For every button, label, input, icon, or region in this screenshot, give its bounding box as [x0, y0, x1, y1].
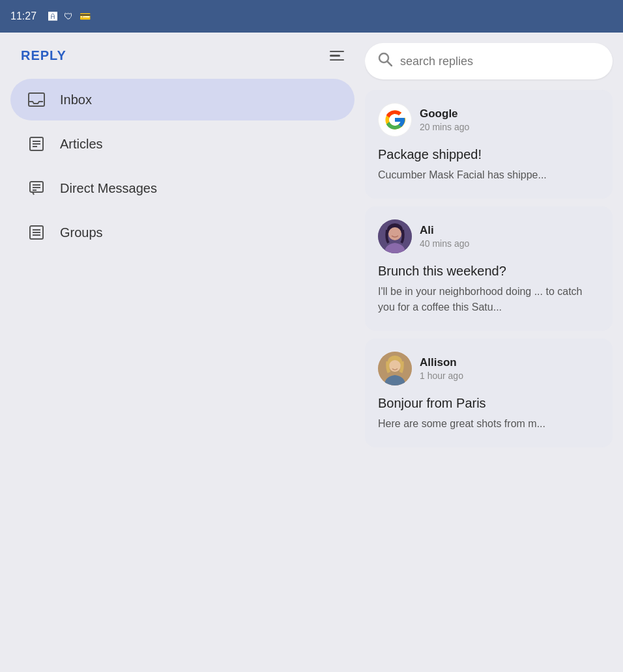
card-meta-allison: Allison 1 hour ago: [420, 356, 463, 381]
sidebar-item-inbox-label: Inbox: [60, 92, 92, 107]
svg-line-14: [388, 62, 392, 66]
avatar-allison: [378, 352, 412, 385]
message-card-allison[interactable]: Allison 1 hour ago Bonjour from Paris He…: [365, 339, 613, 447]
message-subject-google: Package shipped!: [378, 147, 600, 162]
sidebar-item-groups-label: Groups: [60, 225, 103, 240]
sidebar-header: REPLY: [10, 48, 355, 63]
avatar-google: [378, 103, 412, 137]
time-ago-google: 20 mins ago: [420, 122, 469, 132]
sidebar: REPLY Inbox: [0, 33, 365, 672]
message-subject-ali: Brunch this weekend?: [378, 264, 600, 279]
sidebar-item-direct-messages-label: Direct Messages: [60, 181, 157, 196]
svg-point-17: [388, 227, 401, 240]
card-header-allison: Allison 1 hour ago: [378, 352, 600, 385]
card-meta-google: Google 20 mins ago: [420, 107, 469, 132]
search-input[interactable]: [400, 55, 600, 68]
search-bar[interactable]: [365, 43, 613, 79]
time-ago-allison: 1 hour ago: [420, 371, 463, 381]
sender-name-allison: Allison: [420, 356, 463, 369]
status-icon-card: 💳: [80, 11, 91, 21]
time-ago-ali: 40 mins ago: [420, 238, 469, 249]
message-preview-google: Cucumber Mask Facial has shippe...: [378, 167, 600, 183]
sidebar-item-groups[interactable]: Groups: [10, 212, 355, 253]
hamburger-menu-button[interactable]: [330, 51, 344, 61]
search-icon: [378, 52, 392, 70]
avatar-ali: [378, 219, 412, 253]
main-content: REPLY Inbox: [0, 33, 623, 672]
inbox-icon: [26, 89, 47, 110]
groups-icon: [26, 222, 47, 243]
message-preview-allison: Here are some great shots from m...: [378, 416, 600, 432]
sidebar-item-inbox[interactable]: Inbox: [10, 79, 355, 120]
message-subject-allison: Bonjour from Paris: [378, 396, 600, 411]
status-time: 11:27: [10, 10, 36, 22]
card-meta-ali: Ali 40 mins ago: [420, 224, 469, 249]
sidebar-item-articles-label: Articles: [60, 137, 103, 152]
message-card-ali[interactable]: Ali 40 mins ago Brunch this weekend? I'l…: [365, 206, 613, 331]
sidebar-item-direct-messages[interactable]: Direct Messages: [10, 167, 355, 209]
status-bar: 11:27 🅰 🛡 💳: [0, 0, 623, 33]
articles-icon: [26, 133, 47, 154]
direct-messages-icon: [26, 178, 47, 199]
right-panel: Google 20 mins ago Package shipped! Cucu…: [365, 33, 623, 672]
status-icon-shield: 🛡: [64, 11, 73, 21]
card-header-google: Google 20 mins ago: [378, 103, 600, 137]
sidebar-title: REPLY: [21, 48, 66, 63]
message-preview-ali: I'll be in your neighborhood doing ... t…: [378, 284, 600, 315]
sender-name-ali: Ali: [420, 224, 469, 237]
sender-name-google: Google: [420, 107, 469, 120]
status-icon-a: 🅰: [48, 11, 57, 21]
sidebar-item-articles[interactable]: Articles: [10, 123, 355, 165]
message-card-google[interactable]: Google 20 mins ago Package shipped! Cucu…: [365, 90, 613, 199]
card-header-ali: Ali 40 mins ago: [378, 219, 600, 253]
